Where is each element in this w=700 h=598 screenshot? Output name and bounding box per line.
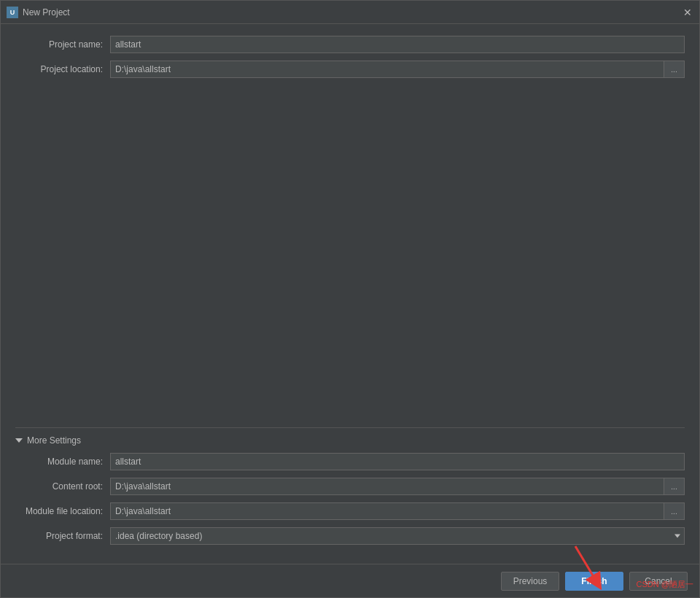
project-location-label: Project location: — [15, 64, 110, 74]
cancel-button[interactable]: Cancel — [629, 572, 688, 591]
expand-icon — [15, 438, 23, 443]
project-format-label: Project format: — [15, 531, 110, 541]
project-location-row: Project location: ... — [15, 61, 685, 78]
content-root-browse-button[interactable]: ... — [664, 478, 685, 495]
project-format-row: Project format: — [15, 527, 685, 545]
module-file-location-row: Module file location: ... — [15, 502, 685, 520]
close-button[interactable]: ✕ — [682, 7, 693, 18]
content-root-label: Content root: — [15, 481, 110, 492]
module-name-label: Module name: — [15, 457, 110, 467]
module-file-location-input[interactable] — [110, 502, 664, 520]
more-settings-label: More Settings — [27, 435, 81, 446]
project-location-input-group: ... — [110, 61, 685, 78]
title-bar: U New Project ✕ — [1, 1, 699, 24]
app-icon: U — [7, 7, 18, 18]
content-root-input[interactable] — [110, 478, 664, 495]
project-format-input[interactable] — [110, 527, 685, 545]
dialog-body: Project name: Project location: ... More… — [1, 24, 699, 564]
finish-button[interactable]: Finish — [565, 572, 623, 591]
project-name-row: Project name: — [15, 36, 685, 53]
module-file-location-browse-button[interactable]: ... — [664, 502, 685, 520]
module-name-row: Module name: — [15, 453, 685, 470]
project-format-select-wrapper — [110, 527, 685, 545]
empty-area — [15, 85, 685, 427]
app-icon-label: U — [10, 9, 15, 16]
dialog-title: New Project — [23, 7, 70, 18]
content-root-input-group: ... — [110, 478, 685, 495]
project-name-label: Project name: — [15, 39, 110, 50]
previous-button[interactable]: Previous — [501, 572, 559, 591]
module-file-location-input-group: ... — [110, 502, 685, 520]
more-settings-section: More Settings Module name: Content root:… — [15, 427, 685, 552]
dialog-footer: Previous Finish Cancel — [1, 564, 699, 597]
project-location-input[interactable] — [110, 61, 664, 78]
module-file-location-label: Module file location: — [15, 506, 110, 516]
more-settings-header[interactable]: More Settings — [15, 435, 685, 446]
module-name-input[interactable] — [110, 453, 685, 470]
new-project-dialog: U New Project ✕ Project name: Project lo… — [0, 0, 700, 598]
project-location-browse-button[interactable]: ... — [664, 61, 685, 78]
title-bar-left: U New Project — [7, 7, 70, 18]
project-name-input[interactable] — [110, 36, 685, 53]
content-root-row: Content root: ... — [15, 478, 685, 495]
